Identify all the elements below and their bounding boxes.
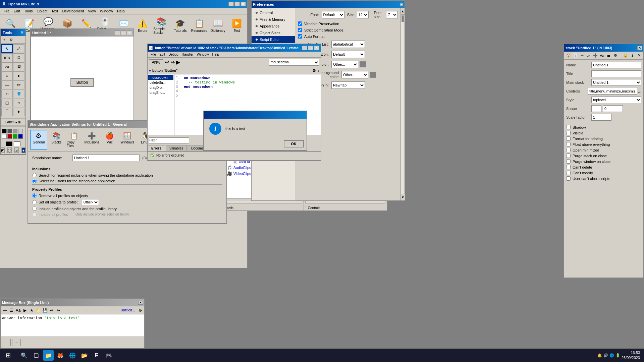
ip-open-minimized-checkbox[interactable] <box>566 148 571 152</box>
sa-tab-copy-files[interactable]: 📋 Copy Files <box>66 130 83 149</box>
sa-profile-radio4[interactable] <box>32 212 37 217</box>
mbp-icon-disk[interactable]: 💾 <box>42 308 48 313</box>
minimize-button[interactable]: _ <box>228 2 234 6</box>
ip-btn-edit[interactable]: ✏ <box>579 53 585 59</box>
stack-close[interactable]: ✕ <box>127 31 132 35</box>
prefs-debug-bg-color-select[interactable]: Other.. <box>341 71 368 78</box>
mbp-icon-folder[interactable]: 📁 <box>36 308 41 313</box>
solid-fill[interactable]: ■ <box>21 147 25 153</box>
pb-hscroll[interactable] <box>222 201 302 203</box>
se-handler-mousedown[interactable]: mousedown <box>148 75 173 80</box>
ip-btn-info[interactable]: ℹ <box>629 53 635 59</box>
taskbar-icon-search[interactable]: 🔍 <box>19 350 30 361</box>
se-apply-button[interactable]: Apply <box>149 59 163 65</box>
miter-join[interactable]: ◤ <box>1 147 5 153</box>
prefs-debug-bg-color-swatch[interactable] <box>370 72 376 78</box>
fg-color[interactable] <box>6 141 12 146</box>
mbp-content[interactable]: answer information "this is a test" <box>1 314 144 337</box>
pattern-7[interactable] <box>13 134 17 139</box>
bevel-join[interactable]: ⊿ <box>14 147 18 153</box>
se-tab-variables[interactable]: Variables <box>166 145 187 151</box>
se-handler-deletebu[interactable]: deleteBu... <box>148 80 173 85</box>
ip-btn-lock[interactable]: 🔒 <box>623 53 629 59</box>
se-handler-dragdro[interactable]: dragDro... <box>148 85 173 90</box>
tool-image[interactable]: 🖼 <box>13 62 24 71</box>
taskbar-icon-browser[interactable]: 🌐 <box>67 350 78 361</box>
tool-pointer[interactable]: ↖ <box>1 44 13 53</box>
prefs-scroll-thumb[interactable] <box>401 15 404 22</box>
ip-cant-modify-checkbox[interactable] <box>566 171 571 175</box>
mbp-stack-name[interactable]: Untitled 1 <box>121 308 135 312</box>
se-tab-errors[interactable]: Errors <box>148 145 165 151</box>
mbp-btn-minus[interactable]: — <box>2 339 11 346</box>
se-menu-window[interactable]: Window <box>195 52 211 57</box>
tools-settings-btn[interactable]: ⚙ <box>8 37 14 43</box>
mbp-icon-list[interactable]: ☰ <box>9 308 14 313</box>
pattern-5[interactable] <box>2 134 7 139</box>
ip-close[interactable]: ✕ <box>637 46 642 50</box>
mbp-icon-minus[interactable]: — <box>2 308 7 313</box>
ip-purge-stack-checkbox[interactable] <box>566 154 571 158</box>
se-close[interactable]: ✕ <box>314 46 319 50</box>
tool-field[interactable]: Aa <box>1 62 13 71</box>
sa-tab-inclusions[interactable]: ➕ Inclusions <box>83 130 100 149</box>
prefs-auto-format-checkbox[interactable] <box>298 34 302 39</box>
tool-scrollbar[interactable]: ⊟ <box>1 71 13 80</box>
maximize-button[interactable]: □ <box>234 2 240 6</box>
prefs-size-select[interactable]: 12 <box>357 11 369 18</box>
tool-player[interactable]: ▶ <box>13 71 24 80</box>
prefs-handler-list-select[interactable]: alphabetical <box>331 41 365 48</box>
se-menu-help[interactable]: Help <box>210 52 221 57</box>
pattern-8[interactable] <box>18 134 23 139</box>
tool-bucket[interactable]: 🪣 <box>13 89 24 98</box>
prefs-bg-color-swatch[interactable] <box>360 61 366 67</box>
toolbar-tutorials[interactable]: 🎓 Tutorials <box>171 16 189 36</box>
taskbar-icon-file-explorer[interactable]: 📁 <box>43 350 54 361</box>
ip-btn-align[interactable]: ☰ <box>606 53 612 59</box>
toolbar-resources[interactable]: 📋 Resources <box>190 16 208 36</box>
se-forward-btn[interactable]: ↪ <box>170 59 175 65</box>
ip-visible-checkbox[interactable] <box>566 131 571 135</box>
menu-text[interactable]: Text <box>49 8 60 14</box>
se-menu-debug[interactable]: Debug <box>167 52 180 57</box>
stack-demo-button[interactable]: Button <box>70 78 94 87</box>
sa-radio-search[interactable] <box>32 173 37 177</box>
tool-poly[interactable]: ✦ <box>13 108 24 116</box>
tool-button[interactable]: BTN <box>1 53 13 62</box>
mbp-icon-type[interactable]: Aa <box>15 308 21 313</box>
mbp-icon-right[interactable]: ▶ <box>22 308 28 313</box>
taskbar-start-button[interactable]: ⊞ <box>0 349 16 362</box>
ip-name-input[interactable] <box>591 62 641 68</box>
prefs-scroll-down-btn[interactable]: ▼ <box>401 194 405 200</box>
se-filter-input[interactable] <box>149 137 189 143</box>
se-menu-file[interactable]: File <box>149 52 158 57</box>
sa-profile-radio2[interactable] <box>32 200 37 204</box>
ip-btn-text[interactable]: Aa <box>599 53 605 59</box>
pattern-3[interactable] <box>13 129 17 133</box>
prefs-strict-compilation-checkbox[interactable] <box>298 28 302 32</box>
prefs-nav-general[interactable]: General <box>252 9 295 16</box>
tools-add-btn[interactable]: + <box>1 37 7 43</box>
se-bar-btn2[interactable]: ↕ <box>317 68 319 73</box>
menu-file[interactable]: File <box>2 8 12 14</box>
prefs-font-select[interactable]: Default <box>322 11 345 18</box>
ip-format-printing-checkbox[interactable] <box>566 136 571 141</box>
pb-link-audioclips[interactable]: AudioClips <box>233 166 251 170</box>
ip-btn-plus[interactable]: ➕ <box>592 53 598 59</box>
se-run-btn[interactable]: ▶ <box>176 59 180 65</box>
mbp-close[interactable]: ✕ <box>138 301 143 305</box>
menu-tools[interactable]: Tools <box>22 8 35 14</box>
pattern-1[interactable] <box>2 129 7 133</box>
mbp-icon-arrow2[interactable]: ↪ <box>56 308 61 313</box>
mbp-icon-arrow[interactable]: ↩ <box>49 308 54 313</box>
prefs-var-preservation-checkbox[interactable] <box>298 21 302 26</box>
se-maximize[interactable]: □ <box>308 46 313 50</box>
menu-object[interactable]: Object <box>35 8 49 14</box>
ip-title-input[interactable] <box>591 70 641 77</box>
toolbar-sample-stacks[interactable]: 📚 Sample Stacks <box>152 16 170 36</box>
tool-curve[interactable]: ⌒ <box>1 108 13 116</box>
ip-btn-close2[interactable]: ✕ <box>636 53 642 59</box>
menu-edit[interactable]: Edit <box>12 8 22 14</box>
close-button[interactable]: ✕ <box>240 2 246 6</box>
sa-tab-general[interactable]: ⚙ General <box>30 130 47 149</box>
